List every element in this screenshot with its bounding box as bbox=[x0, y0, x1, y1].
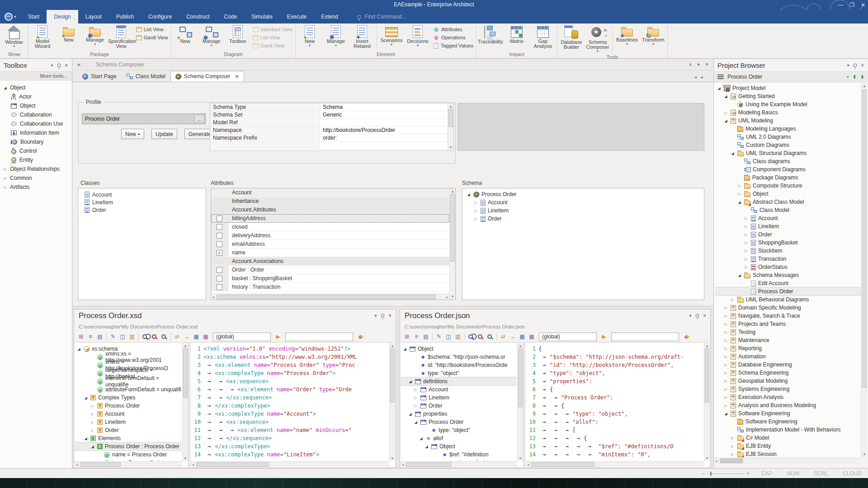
scroll-down-icon[interactable]: ▼ bbox=[704, 456, 710, 460]
gantt-view-button[interactable]: Gantt View bbox=[136, 34, 168, 41]
navigate-down-icon[interactable]: ⬇ bbox=[860, 74, 864, 80]
expand-icon[interactable]: ▷ bbox=[473, 209, 478, 213]
zoom-slider[interactable]: − + bbox=[702, 470, 750, 477]
tree-item-order[interactable]: ▷Order bbox=[464, 215, 704, 223]
scroll-left-icon[interactable]: ◂ bbox=[402, 463, 404, 467]
tab-class-model[interactable]: Class Model bbox=[122, 71, 170, 82]
expand-icon[interactable]: ▷ bbox=[413, 396, 418, 400]
expand-icon[interactable]: ▷ bbox=[3, 176, 8, 180]
find-in-files-icon[interactable] bbox=[476, 333, 485, 341]
tree-item-abstract-class-model[interactable]: ◢Abstract Class Model bbox=[715, 198, 861, 206]
scroll-down-icon[interactable]: ▼ bbox=[861, 452, 868, 456]
property-row-namespace[interactable]: Namespacehttp://bookstore/ProcessOrder bbox=[210, 127, 453, 134]
tree-item-object[interactable]: ◢Object bbox=[401, 442, 517, 450]
database-builder-button[interactable]: Database Builder bbox=[558, 24, 585, 50]
collapse-icon[interactable]: ◢ bbox=[90, 445, 95, 449]
copy-icon[interactable]: ◫ bbox=[118, 333, 127, 341]
tree-item-lineitem[interactable]: ▷LineItem bbox=[401, 394, 517, 402]
edit-icon[interactable]: ✎ bbox=[109, 333, 117, 341]
expand-icon[interactable]: ▷ bbox=[744, 249, 749, 253]
tree-item-composite-structure[interactable]: ▷Composite Structure bbox=[715, 182, 861, 190]
tree-item-type-process-order[interactable]: type = Process Order bbox=[75, 459, 182, 461]
tree-item-class-model[interactable]: Class Model bbox=[715, 206, 861, 214]
expand-icon[interactable]: ▷ bbox=[723, 322, 728, 326]
tree-item-package-diagrams[interactable]: Package Diagrams bbox=[715, 174, 861, 182]
manage-button[interactable]: ✱Manage▾ bbox=[198, 24, 225, 48]
tree-item-maxitems-unbou[interactable]: maxItems: "unbou bbox=[401, 459, 517, 461]
tree-item-schema-engineering[interactable]: ▷Schema Engineering bbox=[715, 369, 861, 377]
close-icon[interactable]: ✕ bbox=[703, 313, 707, 318]
specification-view-button[interactable]: Specification View bbox=[108, 24, 134, 49]
options-grid-icon[interactable]: ▦ bbox=[202, 333, 210, 341]
app-menu-button[interactable]: ▾ bbox=[0, 10, 21, 23]
expand-icon[interactable]: ▷ bbox=[723, 347, 728, 351]
collapse-icon[interactable]: ◢ bbox=[717, 86, 722, 90]
toolbox-item-actor[interactable]: Actor bbox=[0, 92, 72, 101]
profile-name-field[interactable]: Process Order ... bbox=[82, 113, 206, 124]
goto-icon[interactable]: → bbox=[509, 333, 517, 341]
expand-icon[interactable]: ▷ bbox=[744, 216, 749, 221]
property-row-model-ref[interactable]: Model Ref bbox=[210, 119, 453, 127]
tree-item-object[interactable]: ◢Object bbox=[401, 345, 517, 353]
collapse-icon[interactable]: ◢ bbox=[402, 347, 407, 351]
expand-icon[interactable]: ▷ bbox=[90, 428, 95, 432]
sync-icon[interactable]: ⇄ bbox=[173, 333, 181, 341]
goto-icon[interactable]: → bbox=[183, 333, 191, 341]
close-button[interactable]: ✕ bbox=[861, 2, 865, 8]
tree-item-process-order[interactable]: ◢Process Order bbox=[401, 418, 517, 426]
expand-icon[interactable]: ▷ bbox=[723, 314, 728, 318]
expand-icon[interactable]: ▷ bbox=[90, 420, 95, 424]
ribbon-tab-design[interactable]: Design bbox=[47, 10, 78, 23]
tree-item-definitions[interactable]: ◢definitions bbox=[401, 377, 517, 385]
tree-item-software-engineering[interactable]: Software Engineering bbox=[715, 418, 861, 426]
grid-icon[interactable]: ▦ bbox=[518, 333, 526, 341]
scroll-down-icon[interactable]: ▼ bbox=[390, 456, 395, 460]
scroll-left-icon[interactable]: ◂ bbox=[527, 463, 529, 467]
window-button[interactable]: Window▾ bbox=[1, 24, 27, 49]
expand-icon[interactable]: ▷ bbox=[730, 444, 735, 448]
list-view-button[interactable]: List View bbox=[136, 26, 168, 33]
collapse-tabs-icon[interactable]: « bbox=[77, 61, 80, 68]
tree-item-process-order[interactable]: Process Order bbox=[715, 287, 861, 296]
scroll-down-icon[interactable]: ▼ bbox=[183, 456, 188, 460]
tree-item-process-order[interactable]: ▷Process Order bbox=[75, 402, 182, 410]
tree-item-projects-and-teams[interactable]: ▷Projects and Teams bbox=[715, 320, 861, 328]
close-icon[interactable]: ✕ bbox=[65, 63, 68, 68]
toolbox-group-object[interactable]: ◢Object bbox=[0, 83, 72, 92]
tree-item-modeling-basics[interactable]: ▷Modeling Basics bbox=[715, 108, 861, 117]
ribbon-tab-layout[interactable]: Layout bbox=[78, 10, 109, 23]
root-selector[interactable]: Process Order bbox=[727, 74, 843, 80]
collapse-icon[interactable]: ◢ bbox=[730, 151, 735, 155]
find-icon[interactable] bbox=[467, 333, 475, 341]
toolbox-group-artifacts[interactable]: ▷Artifacts bbox=[0, 183, 72, 192]
paste-icon[interactable]: ▥ bbox=[128, 333, 136, 341]
scroll-left-icon[interactable]: ◂ bbox=[192, 463, 194, 467]
collapse-icon[interactable]: ◢ bbox=[83, 436, 88, 441]
search-input[interactable] bbox=[611, 333, 679, 341]
tree-item-attributeformdefault-unqualifi[interactable]: attributeFormDefault = unqualifi bbox=[75, 385, 182, 394]
toolbox-group-common[interactable]: ▷Common bbox=[0, 174, 72, 183]
scroll-left-icon[interactable]: ◂ bbox=[76, 463, 78, 467]
expand-icon[interactable]: ▷ bbox=[90, 412, 95, 416]
scroll-down-icon[interactable]: ▼ bbox=[518, 456, 523, 460]
traceability-button[interactable]: Traceability bbox=[477, 24, 504, 45]
code-vscrollbar[interactable]: ▲ ▼ bbox=[704, 343, 710, 461]
scroll-up-icon[interactable]: ▲ bbox=[704, 344, 710, 348]
attribute-row-basket-shoppingbasket[interactable]: basket : ShoppingBasket bbox=[211, 274, 449, 283]
close-icon[interactable]: ✕ bbox=[388, 313, 392, 318]
expand-icon[interactable]: ▷ bbox=[723, 371, 728, 375]
class-item-lineitem[interactable]: LineItem bbox=[78, 198, 206, 206]
class-item-order[interactable]: Order bbox=[78, 206, 206, 214]
attribute-row-emailaddress[interactable]: emailAddress bbox=[211, 240, 449, 249]
code-vscrollbar[interactable]: ▲ ▼ bbox=[389, 343, 395, 461]
collapse-icon[interactable]: ◢ bbox=[83, 396, 88, 400]
tree-item-properties[interactable]: ◢properties bbox=[401, 410, 517, 418]
tree-item-lineitem[interactable]: ▷LineItem bbox=[715, 222, 861, 230]
tree-item-type-object[interactable]: type: "object" bbox=[401, 426, 517, 434]
tree-item-geospatial-modeling[interactable]: ▷Geospatial Modeling bbox=[715, 377, 861, 385]
tree-hscrollbar[interactable]: ◂ bbox=[401, 461, 517, 467]
tree-item-schema-http-json-schema-or[interactable]: $schema: "http://json-schema.or bbox=[401, 353, 517, 361]
scroll-up-icon[interactable]: ▲ bbox=[183, 344, 188, 348]
collapse-icon[interactable]: ◢ bbox=[76, 347, 81, 351]
toolbox-item-collaboration-use[interactable]: Collaboration Use bbox=[0, 119, 72, 128]
